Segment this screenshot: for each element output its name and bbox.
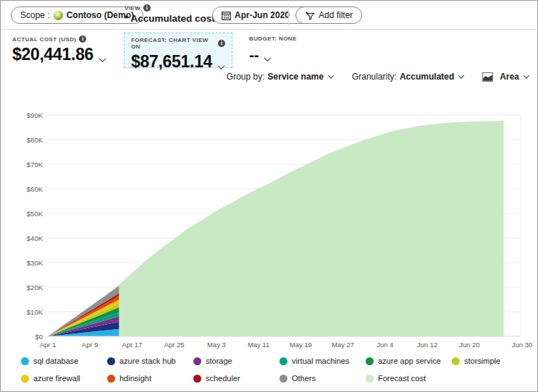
legend-label: virtual machines — [292, 357, 349, 365]
y-axis-label: $60K — [27, 185, 43, 193]
granularity-value: Accumulated — [400, 72, 454, 82]
legend-item-sql-database[interactable]: sql database — [21, 357, 107, 365]
legend-item-forecast-cost[interactable]: Forecast cost — [366, 374, 452, 383]
forecast-dropdown[interactable]: $87,651.14 — [131, 52, 225, 72]
calendar-icon — [222, 11, 231, 20]
x-axis-label: Apr 9 — [82, 341, 98, 349]
legend-label: Forecast cost — [378, 374, 426, 383]
x-axis-label: May 27 — [332, 341, 354, 349]
area-chart-icon — [482, 72, 493, 82]
legend-color-dot — [452, 357, 460, 365]
legend-label: scheduler — [206, 374, 240, 383]
scope-label: Scope : — [20, 10, 50, 20]
legend-item-azure-firewall[interactable]: azure firewall — [21, 374, 107, 383]
add-filter-button[interactable]: Add filter — [295, 7, 362, 24]
date-range-value: Apr-Jun 2020 — [235, 10, 290, 20]
legend-label: storsimple — [464, 357, 500, 365]
legend-label: sql database — [33, 357, 78, 365]
chevron-down-icon — [524, 72, 529, 78]
toolbar-divider — [288, 4, 289, 26]
legend-color-dot — [193, 375, 201, 383]
scope-selector[interactable]: Scope : Contoso (Demo) — [11, 7, 143, 24]
legend-color-dot — [279, 357, 287, 365]
budget-label: BUDGET: NONE — [249, 35, 297, 42]
accumulated-cost-area-chart[interactable]: $0$10K$20K$30K$40K$50K$60K$70K$80K$90KAp… — [1, 89, 538, 349]
granularity-label: Granularity: — [352, 72, 397, 82]
view-label: VIEW — [125, 5, 140, 12]
group-by-label: Group by: — [227, 72, 265, 82]
legend-color-dot — [107, 357, 115, 365]
legend-label: azure app service — [378, 357, 441, 365]
legend-color-dot — [366, 375, 374, 383]
actual-cost-kpi: ACTUAL COST (USD) i $20,441.86 — [12, 35, 105, 64]
legend-color-dot — [366, 357, 374, 365]
legend-item-scheduler[interactable]: scheduler — [193, 374, 279, 383]
legend-item-others[interactable]: Others — [279, 374, 366, 383]
chevron-down-icon — [328, 72, 334, 78]
view-value: * Accumulated costs — [125, 13, 220, 24]
group-by-selector[interactable]: Group by: Service name — [227, 72, 333, 82]
chart-type-value: Area — [500, 72, 519, 82]
cost-chart[interactable]: $0$10K$20K$30K$40K$50K$60K$70K$80K$90KAp… — [1, 89, 538, 349]
y-axis-label: $50K — [27, 210, 43, 218]
y-axis-label: $70K — [27, 161, 43, 169]
x-axis-label: Jun 20 — [459, 341, 480, 349]
x-axis-label: Jun 30 — [512, 341, 533, 349]
contoso-logo-icon — [54, 11, 63, 20]
group-by-value: Service name — [268, 72, 324, 82]
add-filter-icon — [305, 10, 315, 20]
toolbar-divider — [117, 4, 118, 26]
budget-value: -- — [249, 46, 259, 64]
x-axis-label: Jun 12 — [417, 341, 438, 349]
legend-color-dot — [107, 375, 115, 383]
x-axis-label: Apr 1 — [40, 341, 56, 349]
x-axis-label: May 3 — [207, 341, 226, 349]
x-axis-label: Jun 4 — [377, 341, 393, 349]
info-icon[interactable]: i — [218, 40, 225, 47]
legend-item-virtual-machines[interactable]: virtual machines — [279, 357, 366, 365]
chevron-down-icon — [218, 62, 225, 69]
actual-cost-dropdown[interactable]: $20,441.86 — [12, 45, 105, 64]
legend-color-dot — [279, 375, 287, 383]
info-icon[interactable]: i — [143, 4, 151, 12]
x-axis-label: Apr 17 — [122, 341, 142, 349]
forecast-value: $87,651.14 — [131, 52, 212, 72]
budget-kpi: BUDGET: NONE -- — [249, 35, 297, 64]
forecast-area[interactable] — [109, 121, 504, 336]
budget-dropdown[interactable]: -- — [249, 46, 297, 64]
legend-item-azure-stack-hub[interactable]: azure stack hub — [107, 357, 193, 365]
add-filter-label: Add filter — [319, 10, 353, 20]
y-axis-label: $40K — [27, 234, 43, 242]
legend-item-hdinsight[interactable]: hdinsight — [107, 374, 193, 383]
legend-label: hdinsight — [119, 374, 151, 383]
legend-item-storage[interactable]: storage — [193, 357, 279, 365]
y-axis-label: $80K — [27, 136, 43, 144]
legend-label: Others — [292, 374, 316, 383]
x-axis-label: May 11 — [248, 341, 269, 349]
legend-color-dot — [193, 357, 201, 365]
x-axis-label: May 19 — [290, 341, 312, 349]
y-axis-label: $0 — [35, 333, 43, 341]
y-axis-label: $20K — [27, 284, 43, 291]
forecast-cost-kpi: FORECAST: CHART VIEW ON i $87,651.14 — [124, 33, 232, 68]
chart-controls: Group by: Service name Granularity: Accu… — [227, 72, 529, 82]
info-icon[interactable]: i — [79, 35, 86, 43]
toolbar: Scope : Contoso (Demo) VIEW i * Accumula… — [1, 1, 537, 30]
chart-legend: sql databaseazure stack hubstoragevirtua… — [21, 352, 533, 387]
legend-item-storsimple[interactable]: storsimple — [452, 357, 538, 365]
chevron-down-icon — [264, 54, 272, 61]
x-axis-label: Apr 25 — [164, 341, 185, 349]
chevron-down-icon — [458, 72, 464, 78]
forecast-label: FORECAST: CHART VIEW ON — [131, 37, 215, 50]
legend-label: storage — [206, 357, 232, 365]
legend-color-dot — [21, 375, 29, 383]
y-axis-label: $30K — [27, 259, 43, 267]
legend-color-dot — [21, 357, 29, 365]
chevron-down-icon — [99, 55, 106, 62]
actual-cost-label: ACTUAL COST (USD) — [12, 36, 76, 43]
y-axis-label: $10K — [27, 308, 43, 316]
chart-type-selector[interactable]: Area — [482, 72, 529, 82]
legend-item-azure-app-service[interactable]: azure app service — [366, 357, 452, 365]
y-axis-label: $90K — [27, 111, 43, 119]
granularity-selector[interactable]: Granularity: Accumulated — [352, 72, 463, 82]
